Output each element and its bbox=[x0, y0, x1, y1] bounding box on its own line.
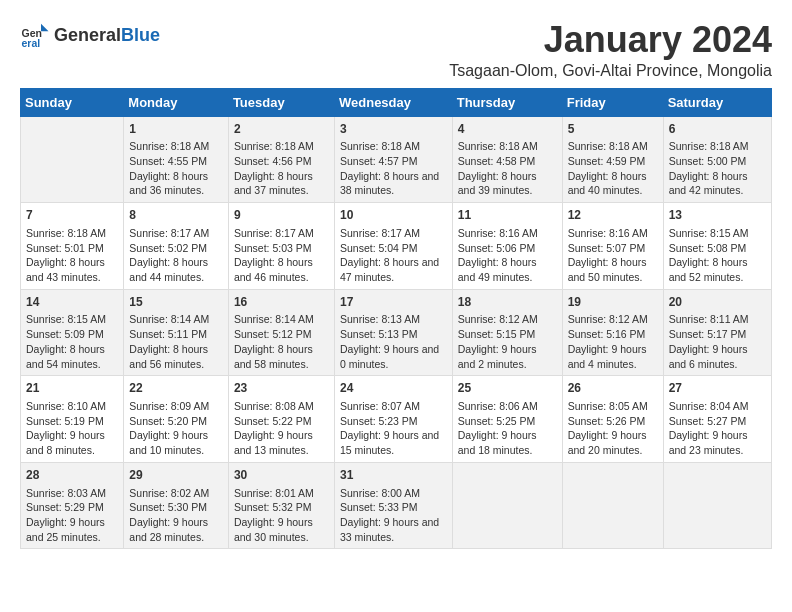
day-info: Sunrise: 8:01 AMSunset: 5:32 PMDaylight:… bbox=[234, 486, 329, 545]
day-info: Sunrise: 8:13 AMSunset: 5:13 PMDaylight:… bbox=[340, 312, 447, 371]
col-header-thursday: Thursday bbox=[452, 88, 562, 116]
day-info: Sunrise: 8:17 AMSunset: 5:04 PMDaylight:… bbox=[340, 226, 447, 285]
calendar-cell: 6Sunrise: 8:18 AMSunset: 5:00 PMDaylight… bbox=[663, 116, 771, 203]
day-info: Sunrise: 8:15 AMSunset: 5:09 PMDaylight:… bbox=[26, 312, 118, 371]
calendar-cell: 1Sunrise: 8:18 AMSunset: 4:55 PMDaylight… bbox=[124, 116, 229, 203]
calendar-cell: 10Sunrise: 8:17 AMSunset: 5:04 PMDayligh… bbox=[334, 203, 452, 290]
day-info: Sunrise: 8:07 AMSunset: 5:23 PMDaylight:… bbox=[340, 399, 447, 458]
day-number: 14 bbox=[26, 294, 118, 311]
day-number: 28 bbox=[26, 467, 118, 484]
calendar-cell: 16Sunrise: 8:14 AMSunset: 5:12 PMDayligh… bbox=[228, 289, 334, 376]
day-info: Sunrise: 8:18 AMSunset: 5:01 PMDaylight:… bbox=[26, 226, 118, 285]
calendar-cell: 26Sunrise: 8:05 AMSunset: 5:26 PMDayligh… bbox=[562, 376, 663, 463]
calendar-cell: 23Sunrise: 8:08 AMSunset: 5:22 PMDayligh… bbox=[228, 376, 334, 463]
day-info: Sunrise: 8:15 AMSunset: 5:08 PMDaylight:… bbox=[669, 226, 766, 285]
day-info: Sunrise: 8:16 AMSunset: 5:07 PMDaylight:… bbox=[568, 226, 658, 285]
calendar-cell: 9Sunrise: 8:17 AMSunset: 5:03 PMDaylight… bbox=[228, 203, 334, 290]
day-number: 8 bbox=[129, 207, 223, 224]
day-number: 22 bbox=[129, 380, 223, 397]
day-number: 3 bbox=[340, 121, 447, 138]
day-number: 6 bbox=[669, 121, 766, 138]
day-info: Sunrise: 8:09 AMSunset: 5:20 PMDaylight:… bbox=[129, 399, 223, 458]
calendar-cell: 4Sunrise: 8:18 AMSunset: 4:58 PMDaylight… bbox=[452, 116, 562, 203]
day-number: 18 bbox=[458, 294, 557, 311]
day-info: Sunrise: 8:11 AMSunset: 5:17 PMDaylight:… bbox=[669, 312, 766, 371]
col-header-tuesday: Tuesday bbox=[228, 88, 334, 116]
day-info: Sunrise: 8:16 AMSunset: 5:06 PMDaylight:… bbox=[458, 226, 557, 285]
day-number: 21 bbox=[26, 380, 118, 397]
logo: Gen eral GeneralBlue bbox=[20, 20, 160, 50]
calendar-cell: 5Sunrise: 8:18 AMSunset: 4:59 PMDaylight… bbox=[562, 116, 663, 203]
day-number: 17 bbox=[340, 294, 447, 311]
day-number: 27 bbox=[669, 380, 766, 397]
header: Gen eral GeneralBlue January 2024 Tsagaa… bbox=[20, 20, 772, 80]
calendar-cell: 25Sunrise: 8:06 AMSunset: 5:25 PMDayligh… bbox=[452, 376, 562, 463]
day-number: 10 bbox=[340, 207, 447, 224]
day-info: Sunrise: 8:17 AMSunset: 5:02 PMDaylight:… bbox=[129, 226, 223, 285]
day-info: Sunrise: 8:17 AMSunset: 5:03 PMDaylight:… bbox=[234, 226, 329, 285]
calendar-cell: 8Sunrise: 8:17 AMSunset: 5:02 PMDaylight… bbox=[124, 203, 229, 290]
day-number: 26 bbox=[568, 380, 658, 397]
col-header-saturday: Saturday bbox=[663, 88, 771, 116]
week-row-4: 21Sunrise: 8:10 AMSunset: 5:19 PMDayligh… bbox=[21, 376, 772, 463]
logo-text-blue: Blue bbox=[121, 25, 160, 46]
calendar-cell: 28Sunrise: 8:03 AMSunset: 5:29 PMDayligh… bbox=[21, 462, 124, 549]
calendar-cell: 22Sunrise: 8:09 AMSunset: 5:20 PMDayligh… bbox=[124, 376, 229, 463]
day-info: Sunrise: 8:02 AMSunset: 5:30 PMDaylight:… bbox=[129, 486, 223, 545]
calendar-body: 1Sunrise: 8:18 AMSunset: 4:55 PMDaylight… bbox=[21, 116, 772, 549]
week-row-5: 28Sunrise: 8:03 AMSunset: 5:29 PMDayligh… bbox=[21, 462, 772, 549]
day-number: 13 bbox=[669, 207, 766, 224]
day-number: 23 bbox=[234, 380, 329, 397]
calendar-cell: 7Sunrise: 8:18 AMSunset: 5:01 PMDaylight… bbox=[21, 203, 124, 290]
title-section: January 2024 Tsagaan-Olom, Govi-Altai Pr… bbox=[449, 20, 772, 80]
calendar-cell: 14Sunrise: 8:15 AMSunset: 5:09 PMDayligh… bbox=[21, 289, 124, 376]
day-number: 9 bbox=[234, 207, 329, 224]
calendar-cell: 11Sunrise: 8:16 AMSunset: 5:06 PMDayligh… bbox=[452, 203, 562, 290]
day-number: 31 bbox=[340, 467, 447, 484]
day-number: 19 bbox=[568, 294, 658, 311]
week-row-3: 14Sunrise: 8:15 AMSunset: 5:09 PMDayligh… bbox=[21, 289, 772, 376]
day-info: Sunrise: 8:18 AMSunset: 4:59 PMDaylight:… bbox=[568, 139, 658, 198]
col-header-wednesday: Wednesday bbox=[334, 88, 452, 116]
calendar-cell: 12Sunrise: 8:16 AMSunset: 5:07 PMDayligh… bbox=[562, 203, 663, 290]
col-header-sunday: Sunday bbox=[21, 88, 124, 116]
week-row-1: 1Sunrise: 8:18 AMSunset: 4:55 PMDaylight… bbox=[21, 116, 772, 203]
calendar-cell: 2Sunrise: 8:18 AMSunset: 4:56 PMDaylight… bbox=[228, 116, 334, 203]
calendar-cell bbox=[452, 462, 562, 549]
main-title: January 2024 bbox=[449, 20, 772, 60]
day-number: 12 bbox=[568, 207, 658, 224]
day-number: 20 bbox=[669, 294, 766, 311]
day-info: Sunrise: 8:14 AMSunset: 5:12 PMDaylight:… bbox=[234, 312, 329, 371]
calendar-cell: 13Sunrise: 8:15 AMSunset: 5:08 PMDayligh… bbox=[663, 203, 771, 290]
day-info: Sunrise: 8:00 AMSunset: 5:33 PMDaylight:… bbox=[340, 486, 447, 545]
day-number: 29 bbox=[129, 467, 223, 484]
day-info: Sunrise: 8:18 AMSunset: 4:55 PMDaylight:… bbox=[129, 139, 223, 198]
day-info: Sunrise: 8:12 AMSunset: 5:15 PMDaylight:… bbox=[458, 312, 557, 371]
day-number: 11 bbox=[458, 207, 557, 224]
col-header-monday: Monday bbox=[124, 88, 229, 116]
logo-icon: Gen eral bbox=[20, 20, 50, 50]
calendar-cell bbox=[663, 462, 771, 549]
day-info: Sunrise: 8:18 AMSunset: 4:56 PMDaylight:… bbox=[234, 139, 329, 198]
day-info: Sunrise: 8:14 AMSunset: 5:11 PMDaylight:… bbox=[129, 312, 223, 371]
svg-marker-2 bbox=[41, 24, 49, 32]
subtitle: Tsagaan-Olom, Govi-Altai Province, Mongo… bbox=[449, 62, 772, 80]
week-row-2: 7Sunrise: 8:18 AMSunset: 5:01 PMDaylight… bbox=[21, 203, 772, 290]
calendar-cell: 30Sunrise: 8:01 AMSunset: 5:32 PMDayligh… bbox=[228, 462, 334, 549]
calendar-cell: 19Sunrise: 8:12 AMSunset: 5:16 PMDayligh… bbox=[562, 289, 663, 376]
day-info: Sunrise: 8:06 AMSunset: 5:25 PMDaylight:… bbox=[458, 399, 557, 458]
calendar-cell bbox=[21, 116, 124, 203]
day-info: Sunrise: 8:18 AMSunset: 5:00 PMDaylight:… bbox=[669, 139, 766, 198]
col-header-friday: Friday bbox=[562, 88, 663, 116]
calendar-cell: 27Sunrise: 8:04 AMSunset: 5:27 PMDayligh… bbox=[663, 376, 771, 463]
day-info: Sunrise: 8:08 AMSunset: 5:22 PMDaylight:… bbox=[234, 399, 329, 458]
svg-text:eral: eral bbox=[22, 37, 41, 49]
calendar-cell: 21Sunrise: 8:10 AMSunset: 5:19 PMDayligh… bbox=[21, 376, 124, 463]
day-info: Sunrise: 8:18 AMSunset: 4:58 PMDaylight:… bbox=[458, 139, 557, 198]
day-number: 1 bbox=[129, 121, 223, 138]
day-number: 4 bbox=[458, 121, 557, 138]
calendar-cell: 29Sunrise: 8:02 AMSunset: 5:30 PMDayligh… bbox=[124, 462, 229, 549]
calendar-cell: 24Sunrise: 8:07 AMSunset: 5:23 PMDayligh… bbox=[334, 376, 452, 463]
day-number: 5 bbox=[568, 121, 658, 138]
day-info: Sunrise: 8:12 AMSunset: 5:16 PMDaylight:… bbox=[568, 312, 658, 371]
